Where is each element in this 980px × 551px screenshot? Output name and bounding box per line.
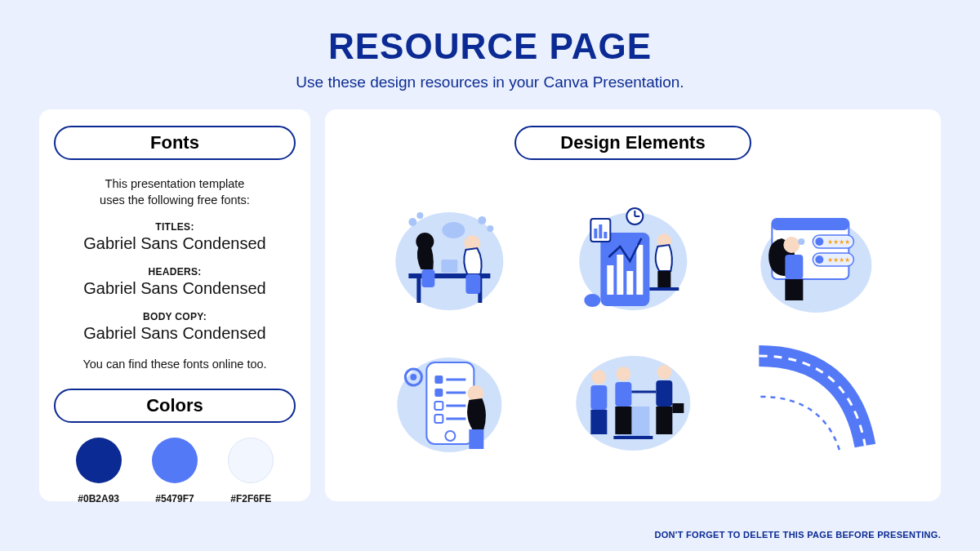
illustration-analytics <box>558 196 709 318</box>
font-block-titles: TITLES: Gabriel Sans Condensed <box>54 221 296 253</box>
svg-rect-67 <box>615 407 631 434</box>
svg-rect-28 <box>657 271 670 287</box>
svg-point-10 <box>408 218 416 226</box>
swatch-label-1: #0B2A93 <box>76 493 122 504</box>
svg-point-68 <box>657 365 671 380</box>
swatch-3: #F2F6FE <box>228 438 274 504</box>
svg-rect-17 <box>617 255 623 295</box>
svg-rect-5 <box>421 269 434 287</box>
svg-rect-42 <box>786 279 804 300</box>
svg-point-65 <box>616 367 630 381</box>
design-elements-header: Design Elements <box>514 126 751 160</box>
swatch-label-3: #F2F6FE <box>228 493 274 504</box>
svg-point-30 <box>584 294 600 307</box>
svg-rect-29 <box>649 287 679 291</box>
font-label-titles: TITLES: <box>54 221 296 233</box>
svg-point-9 <box>442 222 465 238</box>
illustration-team <box>558 340 709 462</box>
footer-note: DON'T FORGET TO DELETE THIS PAGE BEFORE … <box>654 530 941 540</box>
svg-rect-16 <box>607 265 613 295</box>
svg-rect-70 <box>656 407 672 434</box>
page-subtitle: Use these design resources in your Canva… <box>0 73 980 91</box>
font-label-body: BODY COPY: <box>54 311 296 322</box>
svg-rect-69 <box>656 380 672 407</box>
svg-rect-33 <box>773 219 849 230</box>
svg-rect-72 <box>672 403 684 413</box>
content-row: Fonts This presentation template uses th… <box>0 91 980 501</box>
svg-point-38 <box>816 256 824 264</box>
svg-rect-64 <box>590 410 607 434</box>
swatch-circle-1 <box>76 438 122 483</box>
svg-rect-18 <box>626 271 633 295</box>
colors-header: Colors <box>54 389 296 423</box>
font-name-titles: Gabriel Sans Condensed <box>54 234 296 253</box>
color-swatches: #0B2A93 #5479F7 #F2F6FE <box>54 438 296 504</box>
fonts-header: Fonts <box>54 126 296 160</box>
svg-rect-66 <box>615 382 631 407</box>
svg-text:★★★★: ★★★★ <box>828 238 851 246</box>
fonts-outro: You can find these fonts online too. <box>54 358 296 371</box>
svg-rect-7 <box>466 274 480 294</box>
svg-rect-22 <box>599 224 602 238</box>
svg-rect-23 <box>604 232 607 238</box>
svg-point-13 <box>487 225 493 232</box>
svg-point-12 <box>478 216 486 224</box>
svg-point-43 <box>799 238 805 245</box>
design-elements-grid: ★★★★ ★★★★ <box>350 196 916 462</box>
fonts-intro: This presentation template uses the foll… <box>54 176 296 208</box>
font-name-headers: Gabriel Sans Condensed <box>54 279 296 298</box>
svg-rect-21 <box>594 229 597 238</box>
fonts-intro-line2: uses the following free fonts: <box>100 193 250 207</box>
illustration-road <box>741 340 892 462</box>
svg-rect-8 <box>441 260 457 273</box>
svg-point-35 <box>816 238 824 246</box>
swatch-circle-2 <box>152 438 198 483</box>
svg-rect-61 <box>613 436 653 439</box>
svg-rect-46 <box>434 375 443 384</box>
design-elements-card: Design Elements <box>325 109 941 501</box>
illustration-reviews: ★★★★ ★★★★ <box>741 196 892 318</box>
svg-point-40 <box>784 237 800 253</box>
font-block-headers: HEADERS: Gabriel Sans Condensed <box>54 266 296 298</box>
svg-text:★★★★: ★★★★ <box>828 256 851 264</box>
font-name-body: Gabriel Sans Condensed <box>54 324 296 343</box>
svg-point-56 <box>410 374 416 380</box>
svg-point-62 <box>591 370 606 384</box>
svg-rect-48 <box>434 389 443 397</box>
page-title: RESOURCE PAGE <box>0 26 980 67</box>
fonts-colors-card: Fonts This presentation template uses th… <box>39 109 310 501</box>
svg-rect-63 <box>590 385 607 410</box>
swatch-label-2: #5479F7 <box>152 493 198 504</box>
svg-rect-41 <box>786 255 804 279</box>
font-block-body: BODY COPY: Gabriel Sans Condensed <box>54 311 296 343</box>
swatch-1: #0B2A93 <box>76 438 122 504</box>
fonts-intro-line1: This presentation template <box>105 177 245 190</box>
svg-rect-2 <box>416 278 421 303</box>
swatch-2: #5479F7 <box>152 438 198 504</box>
illustration-meeting <box>374 196 525 318</box>
illustration-checklist <box>374 340 525 462</box>
svg-rect-58 <box>469 429 483 449</box>
font-label-headers: HEADERS: <box>54 266 296 278</box>
svg-point-11 <box>416 212 423 219</box>
svg-rect-19 <box>636 245 643 295</box>
swatch-circle-3 <box>228 438 274 483</box>
